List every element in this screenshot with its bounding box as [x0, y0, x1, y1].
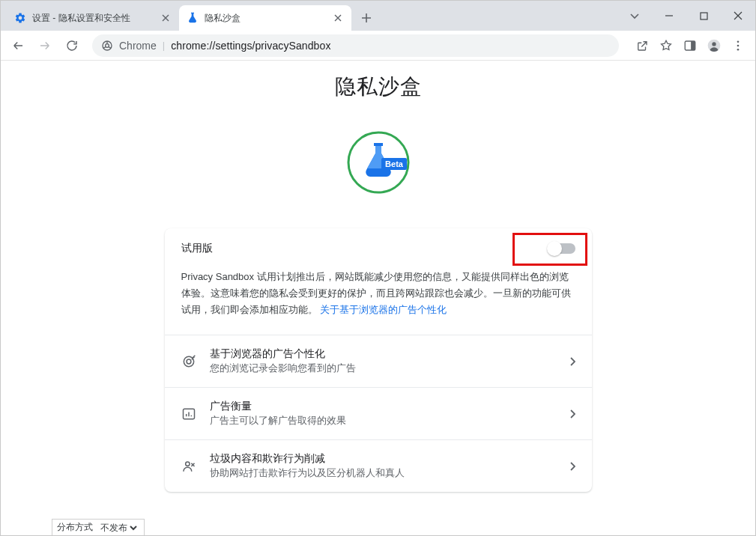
svg-rect-4 [691, 41, 695, 50]
window-close-button[interactable] [721, 4, 755, 28]
reload-button[interactable] [61, 34, 83, 57]
target-icon [181, 354, 196, 369]
bar-chart-icon [181, 406, 196, 421]
svg-point-14 [187, 359, 191, 364]
toolbar-right [631, 34, 749, 57]
tab-privacy-sandbox[interactable]: 隐私沙盒 [179, 5, 351, 31]
flask-icon [187, 12, 199, 24]
item-subtitle: 您的浏览记录会影响您看到的广告 [210, 362, 556, 375]
share-icon[interactable] [631, 34, 653, 57]
svg-point-6 [712, 42, 716, 46]
side-panel-icon[interactable] [679, 34, 701, 57]
window-controls [617, 1, 755, 31]
item-ad-measurement[interactable]: 广告衡量 广告主可以了解广告取得的效果 [165, 387, 592, 439]
item-title: 广告衡量 [210, 400, 556, 413]
tab-title: 设置 - 隐私设置和安全性 [32, 12, 154, 25]
trial-toggle[interactable] [548, 243, 575, 254]
svg-rect-0 [701, 13, 707, 19]
svg-point-9 [737, 48, 740, 50]
trial-label: 试用版 [181, 242, 213, 255]
browser-toolbar: Chrome | chrome://settings/privacySandbo… [1, 31, 755, 61]
back-button[interactable] [7, 34, 29, 57]
tab-settings-privacy[interactable]: 设置 - 隐私设置和安全性 [7, 5, 179, 31]
chevron-right-icon [569, 462, 575, 471]
page-content: 隐私沙盒 Beta 试用版 [1, 61, 755, 535]
svg-point-2 [106, 43, 109, 47]
item-ad-personalization[interactable]: 基于浏览器的广告个性化 您的浏览记录会影响您看到的广告 [165, 335, 592, 387]
chevron-right-icon [569, 409, 575, 418]
kebab-menu-icon[interactable] [727, 34, 749, 57]
item-title: 基于浏览器的广告个性化 [210, 347, 556, 361]
bookmark-star-icon[interactable] [655, 34, 677, 57]
tab-title: 隐私沙盒 [205, 12, 326, 25]
item-spam-fraud[interactable]: 垃圾内容和欺诈行为削减 协助网站打击欺诈行为以及区分机器人和真人 [165, 439, 592, 492]
trial-toggle-row: 试用版 [181, 242, 575, 255]
toggle-knob [547, 241, 562, 256]
chevron-right-icon [569, 357, 575, 366]
footer-label: 分布方式 [57, 521, 93, 534]
profile-avatar-icon[interactable] [703, 34, 725, 57]
browser-titlebar: 设置 - 隐私设置和安全性 隐私沙盒 [1, 1, 755, 31]
gear-icon [14, 12, 26, 24]
footer-distribution-dropdown[interactable]: 分布方式 不发布 [52, 519, 145, 535]
forward-button[interactable] [34, 34, 56, 57]
svg-point-16 [185, 462, 189, 466]
window-minimize-button[interactable] [652, 4, 686, 28]
item-subtitle: 协助网站打击欺诈行为以及区分机器人和真人 [210, 467, 556, 480]
trial-description: Privacy Sandbox 试用计划推出后，网站既能减少使用您的信息，又能提… [181, 269, 575, 318]
url-text: chrome://settings/privacySandbox [171, 40, 330, 52]
svg-point-8 [737, 44, 740, 46]
chrome-product-icon [101, 40, 113, 52]
separator: | [163, 40, 165, 51]
chevron-down-icon[interactable] [617, 4, 652, 28]
settings-card: 试用版 Privacy Sandbox 试用计划推出后，网站既能减少使用您的信息… [165, 228, 592, 492]
svg-text:Beta: Beta [385, 159, 404, 168]
new-tab-button[interactable] [356, 7, 377, 28]
page-title: 隐私沙盒 [124, 73, 633, 101]
privacy-sandbox-hero-icon: Beta [124, 130, 633, 195]
item-title: 垃圾内容和欺诈行为削减 [210, 452, 556, 466]
window-maximize-button[interactable] [686, 4, 721, 28]
svg-point-7 [737, 40, 740, 43]
close-icon[interactable] [332, 12, 344, 24]
person-off-icon [181, 459, 196, 474]
footer-select[interactable]: 不发布 [97, 522, 139, 534]
url-scheme-label: Chrome [119, 40, 157, 52]
address-bar[interactable]: Chrome | chrome://settings/privacySandbo… [92, 34, 619, 57]
close-icon[interactable] [160, 12, 172, 24]
trial-learn-more-link[interactable]: 关于基于浏览器的广告个性化 [320, 304, 447, 315]
item-subtitle: 广告主可以了解广告取得的效果 [210, 415, 556, 427]
